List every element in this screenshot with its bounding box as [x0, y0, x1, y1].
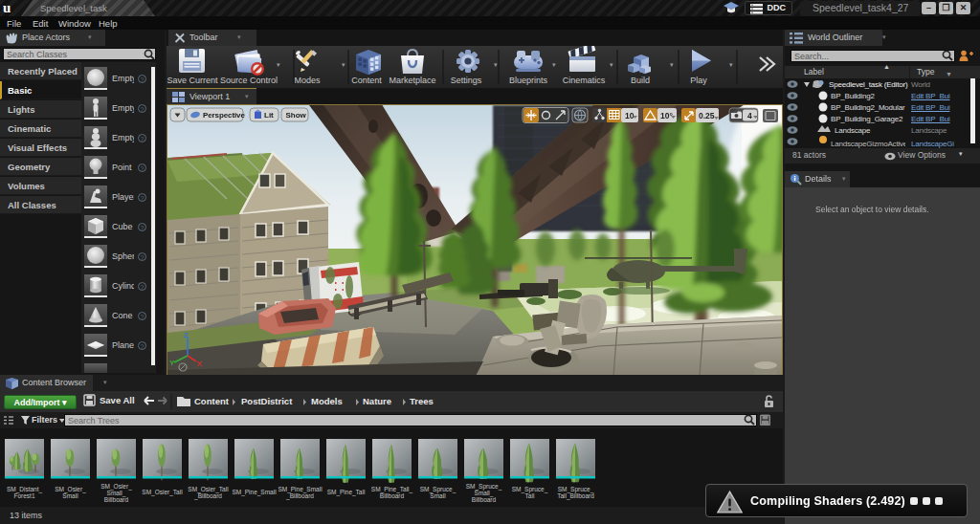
- svg-text:Lit: Lit: [264, 111, 274, 120]
- svg-text:0.25: 0.25: [699, 111, 715, 120]
- svg-text:Perspective: Perspective: [203, 111, 245, 120]
- svg-text:10: 10: [625, 111, 635, 120]
- svg-text:10°: 10°: [660, 111, 673, 120]
- svg-text:Show: Show: [286, 111, 307, 120]
- svg-text:4: 4: [747, 111, 752, 120]
